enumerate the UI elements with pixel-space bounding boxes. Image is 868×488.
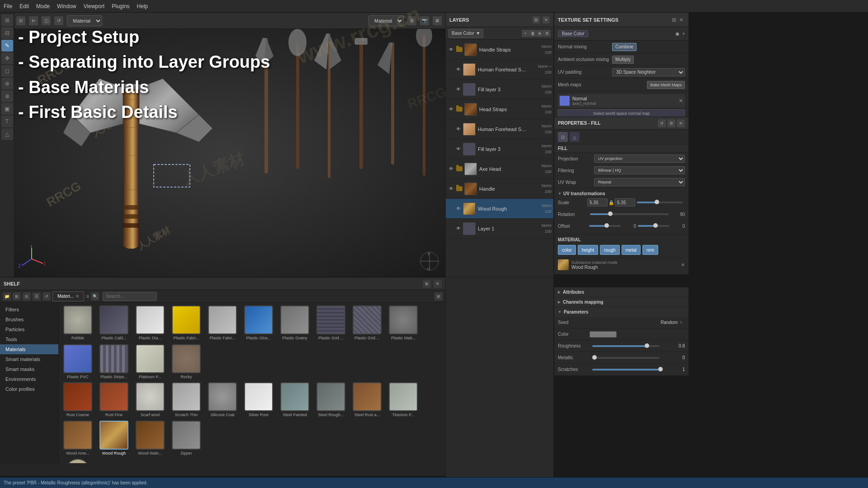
shelf-mat-scratch-thin[interactable]: Scratch Thin: [170, 382, 203, 418]
shelf-mat-plastic-matt[interactable]: Plastic Matt...: [387, 305, 420, 341]
shelf-mat-plastic-glos[interactable]: Plastic Glos...: [242, 305, 275, 341]
vp-icon-refresh[interactable]: ↺: [54, 16, 63, 25]
menu-window[interactable]: Window: [57, 3, 76, 9]
shelf-sidebar-filters[interactable]: Filters: [0, 305, 58, 314]
layer-eye-fill3-2[interactable]: 👁: [455, 145, 462, 153]
layer-eye-hfs2-2[interactable]: 👁: [455, 126, 462, 133]
viewport-canvas[interactable]: RRCG 人人素材 RRCG 人人素材: [0, 29, 445, 277]
layers-base-color-dropdown[interactable]: Base Color ▼: [448, 29, 483, 38]
layer-eye-layer1[interactable]: 👁: [455, 225, 462, 232]
shelf-mat-platinum[interactable]: Platinum P...: [134, 344, 166, 380]
param-scratches-slider[interactable]: [592, 369, 660, 371]
shelf-mat-wood-ame[interactable]: Wood Ame...: [61, 421, 94, 456]
parameters-header[interactable]: ▼ Parameters: [554, 307, 689, 317]
shelf-icon-folder[interactable]: 📁: [3, 292, 11, 300]
shelf-tab-materials[interactable]: Materi... ✕: [52, 291, 84, 301]
tool-smudge[interactable]: ⊗: [1, 90, 13, 102]
shelf-filter-icon[interactable]: ≡: [86, 293, 89, 300]
tss-combine-btn[interactable]: Combine: [612, 43, 637, 51]
param-color-swatch[interactable]: [590, 331, 617, 338]
shelf-sidebar-materials[interactable]: Materials: [0, 344, 58, 354]
layer-item-fill3-1[interactable]: 👁 Fill layer 3 Norm100: [446, 80, 553, 99]
prop-filtering-select[interactable]: Bilinear | HQ: [594, 166, 685, 174]
tss-icon-channel[interactable]: ◉: [675, 31, 679, 36]
layers-add-btn[interactable]: +: [522, 30, 529, 37]
tss-close-btn[interactable]: ✕: [678, 16, 685, 23]
layer-eye-wood-rough[interactable]: 👁: [455, 205, 462, 212]
attributes-header[interactable]: ▶ Attributes: [554, 287, 689, 297]
shelf-mat-plastic-pvc[interactable]: Plastic PVC: [61, 344, 94, 380]
mat-btn-rough[interactable]: rough: [600, 245, 620, 255]
prop-projection-select[interactable]: UV projection: [594, 155, 685, 163]
shelf-mat-steel-rust[interactable]: Steel Rust a...: [351, 382, 383, 418]
shelf-sidebar-smart-masks[interactable]: Smart masks: [0, 364, 58, 374]
shelf-search-input[interactable]: [103, 292, 157, 301]
layer-eye-hfs2-1[interactable]: 👁: [455, 66, 462, 73]
layer-eye-handle[interactable]: 👁: [448, 185, 455, 192]
uv-scale-input-2[interactable]: [615, 198, 635, 206]
vp-icon-camera[interactable]: 📷: [420, 16, 429, 25]
prop-uvwrap-select[interactable]: Repeat: [594, 178, 685, 186]
uv-offset-slider-y[interactable]: [638, 225, 670, 227]
layer-item-axe-head[interactable]: 👁 Axe Head Norm100: [446, 159, 553, 179]
prop-icon-history[interactable]: ↺: [658, 119, 666, 127]
uv-rotation-slider[interactable]: [590, 213, 669, 215]
menu-file[interactable]: File: [4, 3, 12, 9]
layer-item-handle[interactable]: 👁 Handle Norm100: [446, 179, 553, 199]
prop-close-btn[interactable]: ✕: [677, 119, 685, 127]
shelf-mat-rust-fine[interactable]: Rust Fine: [98, 382, 130, 418]
vp-icon-screen[interactable]: 🖥: [433, 16, 442, 25]
tool-fill[interactable]: ▣: [1, 103, 13, 115]
shelf-mat-plastic-cable[interactable]: Plastic Cabl...: [98, 305, 130, 341]
layers-icon-expand[interactable]: ⊞: [533, 16, 540, 23]
layer-eye-fill3-1[interactable]: 👁: [455, 86, 462, 93]
shelf-sidebar-environments[interactable]: Environments: [0, 374, 58, 384]
shelf-mat-zipper[interactable]: Zipper: [170, 421, 203, 456]
menu-mode[interactable]: Mode: [36, 3, 50, 9]
shelf-mat-plastic-fab1[interactable]: Plastic Fabri...: [170, 305, 203, 341]
menu-edit[interactable]: Edit: [19, 3, 29, 9]
vp-icon-settings[interactable]: ⚙: [407, 16, 416, 25]
mat-btn-color[interactable]: color: [558, 245, 576, 255]
layer-item-head-straps[interactable]: 👁 Head Straps Norm100: [446, 99, 553, 119]
layer-item-wood-rough[interactable]: 👁 Wood Rough Norm100: [446, 199, 553, 219]
shelf-sidebar-tools[interactable]: Tools: [0, 334, 58, 344]
shelf-mat-plastic-stripe[interactable]: Plastic Stripe...: [98, 344, 130, 380]
shelf-mat-silver[interactable]: Silver Pure: [242, 382, 275, 418]
tss-icon-add[interactable]: +: [682, 31, 685, 36]
shelf-mat-wood-rough[interactable]: Wood Rough: [98, 421, 130, 456]
param-metallic-slider[interactable]: [592, 357, 660, 359]
shelf-mat-rocky[interactable]: Rocky: [170, 344, 203, 380]
mat-btn-height[interactable]: height: [578, 245, 598, 255]
layer-eye-axe-head[interactable]: 👁: [448, 165, 455, 173]
prop-icon-settings[interactable]: ⚙: [667, 119, 675, 127]
uv-scale-input-1[interactable]: [587, 198, 608, 206]
layer-item-layer1[interactable]: 👁 Layer 1 Norm100: [446, 219, 553, 239]
tool-text[interactable]: T: [1, 116, 13, 127]
uv-offset-slider-x[interactable]: [589, 225, 621, 227]
layer-eye-head-straps[interactable]: 👁: [448, 106, 455, 113]
menu-help[interactable]: Help: [137, 3, 148, 9]
tss-normal-remove-btn[interactable]: ✕: [679, 98, 683, 104]
uv-scale-slider[interactable]: [637, 202, 683, 203]
tss-uv-padding-select[interactable]: 3D Space Neighbor: [612, 68, 685, 76]
uv-transform-header[interactable]: ▼ UV transformations: [558, 190, 685, 197]
shelf-sidebar-brushes[interactable]: Brushes: [0, 314, 58, 324]
shelf-mat-plastic-grid1[interactable]: Plastic Grid ...: [315, 305, 347, 341]
shelf-mat-steel-rough[interactable]: Steel Rough...: [315, 382, 347, 418]
mat-btn-metal[interactable]: metal: [622, 245, 641, 255]
layers-icon-close[interactable]: ✕: [542, 16, 550, 23]
menu-plugins[interactable]: Plugins: [112, 3, 129, 9]
tool-move[interactable]: ✥: [1, 52, 13, 64]
layers-trash-btn[interactable]: 🗑: [529, 30, 536, 37]
tool-grid[interactable]: ⊟: [1, 27, 13, 39]
tss-bake-btn[interactable]: Bake Mesh Maps: [647, 81, 685, 89]
layer-item-fill3-2[interactable]: 👁 Fill layer 3 Norm100: [446, 139, 553, 159]
tss-base-color-tab[interactable]: Base Color: [558, 30, 588, 37]
shelf-icon-dot-grid[interactable]: ⊞: [434, 292, 443, 300]
shelf-icon-expand[interactable]: ⊞: [423, 280, 431, 288]
shelf-tab-close[interactable]: ✕: [75, 294, 79, 299]
shelf-icon-close[interactable]: ✕: [434, 280, 442, 288]
param-roughness-slider[interactable]: [592, 345, 660, 347]
tool-clone[interactable]: ⊕: [1, 78, 13, 89]
